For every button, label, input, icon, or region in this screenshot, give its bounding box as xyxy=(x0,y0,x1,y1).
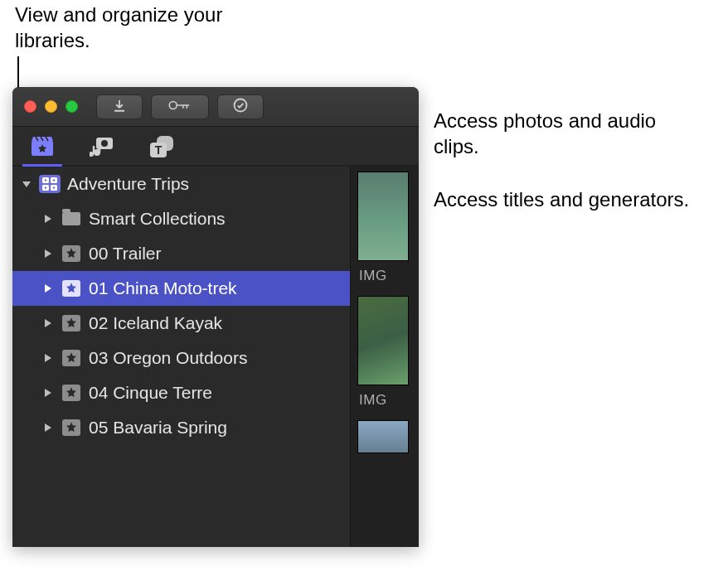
key-icon xyxy=(167,99,192,115)
clip-label: IMG xyxy=(357,268,419,284)
clip-thumbnail[interactable] xyxy=(357,296,409,385)
sidebar-item-event[interactable]: 05 Bavaria Spring xyxy=(12,410,350,445)
callout-libraries: View and organize your libraries. xyxy=(15,2,231,53)
clip-thumbnail[interactable] xyxy=(357,172,409,261)
row-label: 00 Trailer xyxy=(89,244,162,264)
row-label: 02 Iceland Kayak xyxy=(89,313,222,333)
library-name: Adventure Trips xyxy=(67,174,189,194)
titlebar xyxy=(12,87,419,127)
row-label: 04 Cinque Terre xyxy=(89,383,212,403)
clip-thumbnail[interactable] xyxy=(357,420,409,453)
chevron-right-icon xyxy=(42,353,54,363)
sidebar-tabs: T xyxy=(12,127,419,167)
sidebar-item-event[interactable]: 04 Cinque Terre xyxy=(12,375,350,410)
event-star-icon xyxy=(61,244,82,263)
chevron-right-icon xyxy=(42,318,54,328)
event-star-icon xyxy=(61,349,82,367)
title-t-icon: T xyxy=(150,136,173,161)
event-star-icon xyxy=(61,279,82,298)
svg-text:T: T xyxy=(155,143,163,157)
row-label: 05 Bavaria Spring xyxy=(89,418,227,438)
chevron-down-icon xyxy=(21,179,32,189)
clip-label: IMG xyxy=(357,392,419,409)
checkmark-circle-icon xyxy=(232,97,249,117)
event-star-icon xyxy=(61,419,82,437)
sidebar-item-smart-collections[interactable]: Smart Collections xyxy=(12,201,350,236)
download-arrow-icon xyxy=(112,98,127,116)
row-label: 03 Oregon Outdoors xyxy=(89,348,247,368)
folder-icon xyxy=(61,210,82,228)
svg-point-16 xyxy=(45,186,46,188)
row-label: 01 China Moto-trek xyxy=(89,278,237,298)
event-star-icon xyxy=(61,314,82,332)
camera-music-icon xyxy=(90,136,114,161)
svg-point-4 xyxy=(101,140,108,147)
sidebar-item-event[interactable]: 03 Oregon Outdoors xyxy=(12,341,350,375)
clip-browser: IMG IMG xyxy=(351,167,419,547)
sidebar-item-event[interactable]: 02 Iceland Kayak xyxy=(12,306,350,341)
chevron-right-icon xyxy=(42,423,54,433)
svg-point-1 xyxy=(235,99,247,111)
close-window-button[interactable] xyxy=(24,100,36,113)
keyword-editor-button[interactable] xyxy=(151,94,209,119)
sidebar-item-event-selected[interactable]: 01 China Moto-trek xyxy=(12,271,350,306)
chevron-right-icon xyxy=(42,214,54,224)
svg-point-15 xyxy=(53,179,55,181)
background-tasks-button[interactable] xyxy=(217,94,264,119)
chevron-right-icon xyxy=(42,283,54,293)
browser-main: Adventure Trips Smart Collections 00 Tra… xyxy=(12,167,419,547)
svg-point-14 xyxy=(45,179,46,181)
clapperboard-star-icon xyxy=(31,136,54,161)
chevron-right-icon xyxy=(42,249,54,259)
callout-photos-audio: Access photos and audio clips. xyxy=(434,108,699,159)
zoom-window-button[interactable] xyxy=(66,100,78,113)
svg-point-17 xyxy=(53,186,55,188)
chevron-right-icon xyxy=(42,388,54,398)
callout-titles-generators: Access titles and generators. xyxy=(434,186,699,212)
import-button[interactable] xyxy=(96,94,143,119)
minimize-window-button[interactable] xyxy=(45,100,57,113)
tab-photos-audio[interactable] xyxy=(87,132,117,165)
library-icon xyxy=(39,175,61,193)
sidebar-item-event[interactable]: 00 Trailer xyxy=(12,236,350,271)
event-star-icon xyxy=(61,384,82,402)
window-controls xyxy=(24,100,78,113)
app-window: T Adventure Trips xyxy=(12,87,419,547)
library-header-row[interactable]: Adventure Trips xyxy=(12,167,350,201)
libraries-sidebar: Adventure Trips Smart Collections 00 Tra… xyxy=(12,167,351,547)
row-label: Smart Collections xyxy=(89,209,226,229)
tab-libraries[interactable] xyxy=(27,132,57,165)
tab-titles-generators[interactable]: T xyxy=(147,132,177,165)
svg-point-0 xyxy=(169,101,177,109)
